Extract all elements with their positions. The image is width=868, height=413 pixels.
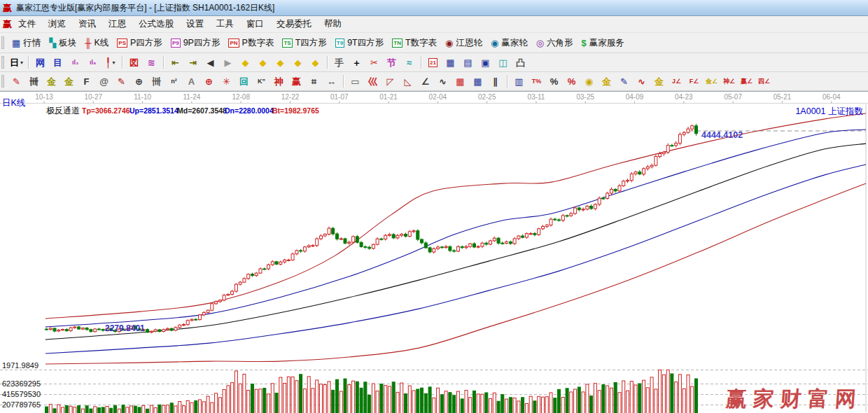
tool-last-bar-icon[interactable]: ⇥ — [185, 55, 201, 70]
tool-period-day-selector-icon[interactable]: 日▾ — [8, 55, 24, 70]
toolbar-9t-square-button[interactable]: T99T四方形 — [331, 36, 388, 50]
toolbar-9p-square-button[interactable]: P99P四方形 — [167, 36, 225, 50]
tool-win-angle-icon[interactable]: 赢∠ — [738, 74, 755, 89]
tool-n-square-icon[interactable]: n² — [166, 74, 182, 89]
tool-zoom-in-horizontal-icon[interactable]: ◆ — [290, 55, 306, 70]
toolbar-p-square-button[interactable]: PSP四方形 — [113, 36, 167, 50]
toolbar-t-number-table-button[interactable]: TNT数字表 — [388, 36, 441, 50]
period-day-selector-dropdown-arrow[interactable]: ▾ — [20, 59, 23, 66]
toolbar-p-number-table-button[interactable]: PNP数字表 — [224, 36, 278, 50]
tool-fit-view-icon[interactable]: ◆ — [307, 55, 323, 70]
tool-f-grid-icon[interactable]: F — [78, 74, 94, 89]
single-candle-selector-dropdown-arrow[interactable]: ▾ — [112, 59, 115, 66]
menu-item-gann[interactable]: 江恩 — [102, 17, 132, 31]
tool-pan-left-icon[interactable]: ◆ — [237, 55, 253, 70]
tool-star-box-icon[interactable]: ✳ — [218, 74, 234, 89]
tool-crosshair-icon[interactable]: ＋ — [349, 55, 365, 70]
kline-chart-canvas[interactable]: 10-1310-2711-1011-2412-0812-2201-0701-21… — [0, 92, 868, 413]
menu-item-settings[interactable]: 设置 — [180, 17, 210, 31]
tool-calculator-icon[interactable]: ▦ — [442, 55, 458, 70]
menu-item-formula-stock-pick[interactable]: 公式选股 — [132, 17, 180, 31]
tool-f-angle-icon[interactable]: F∠ — [686, 74, 702, 89]
tool-gold-circle-icon[interactable]: ◉ — [581, 74, 597, 89]
toolbar-sectors-button[interactable]: ▚板块 — [45, 36, 80, 50]
tool-k-note-icon[interactable]: K” — [253, 74, 270, 89]
tool-rect-select-icon[interactable]: ▭ — [347, 74, 363, 89]
menu-item-window[interactable]: 窗口 — [240, 17, 270, 31]
toolbar-gann-wheel-button[interactable]: ◉江恩轮 — [441, 36, 486, 50]
tool-mesh-arrow-icon[interactable]: ▦ — [470, 74, 486, 89]
tool-gold-grid-a-icon[interactable]: 金 — [43, 74, 59, 89]
tool-width-measure-icon[interactable]: ↔ — [323, 74, 340, 89]
menu-item-tools[interactable]: 工具 — [210, 17, 240, 31]
tool-single-candle-selector-icon[interactable]: ╿▾ — [102, 55, 118, 70]
tool-draw-pen-icon[interactable]: ✎ — [8, 74, 24, 89]
tool-calendar-icon[interactable]: 21 — [425, 55, 441, 70]
tool-pattern-window-icon[interactable]: 网 — [32, 55, 48, 70]
toolbar-quotes-button[interactable]: ▦行情 — [8, 36, 45, 50]
tool-fan-rays-icon[interactable]: 巛 — [365, 74, 381, 89]
tool-red-marker-icon[interactable]: ✎ — [113, 74, 130, 89]
tool-gold-underline-icon[interactable]: 金 — [651, 74, 667, 89]
tool-pen-levels-icon[interactable]: ✎ — [616, 74, 632, 89]
tool-fan-corner-icon[interactable]: ◺ — [400, 74, 416, 89]
tool-next-bar-icon[interactable]: ▶ — [220, 55, 236, 70]
menu-item-file[interactable]: 文件 — [12, 17, 42, 31]
tool-spiral-icon[interactable]: @ — [96, 74, 112, 89]
tool-f10-text-icon[interactable]: 目 — [50, 55, 66, 70]
tool-save-remote-icon[interactable]: ◫ — [495, 55, 511, 70]
tool-gold-levels-icon[interactable]: 金 — [598, 74, 615, 89]
tool-shen-angle-icon[interactable]: 神∠ — [721, 74, 737, 89]
tool-color-distribution-icon[interactable]: ≋ — [144, 55, 160, 70]
tool-angle-rays-icon[interactable]: ∠ — [417, 74, 433, 89]
tool-bars-panel-icon[interactable]: ▥ — [511, 74, 527, 89]
tool-delete-line-icon[interactable]: ✂ — [366, 55, 382, 70]
toolbar-winner-wheel-button[interactable]: ◉赢家轮 — [486, 36, 532, 50]
tool-zoom-out-horizontal-icon[interactable]: ◆ — [272, 55, 288, 70]
tool-gold-angle-icon[interactable]: 金∠ — [704, 74, 720, 89]
menu-item-browse[interactable]: 浏览 — [42, 17, 72, 31]
tool-j-angle-icon[interactable]: J∠ — [668, 74, 685, 89]
tool-gann-grid-icon[interactable]: 卌 — [26, 74, 42, 89]
tool-t-percent-icon[interactable]: T% — [528, 74, 545, 89]
tool-parallel-lines-icon[interactable]: ∥ — [487, 74, 503, 89]
tool-win-grid-icon[interactable]: 赢 — [288, 74, 304, 89]
tool-target-red-icon[interactable]: ⊕ — [201, 74, 217, 89]
toolbar-winner-service-button[interactable]: $赢家服务 — [578, 36, 629, 50]
tool-wave-brain-icon[interactable]: ≈ — [401, 55, 417, 70]
tool-prev-bar-icon[interactable]: ◀ — [202, 55, 218, 70]
tool-mirror-a-icon[interactable]: A — [183, 74, 200, 89]
tool-fan-box-icon[interactable]: ◸ — [382, 74, 398, 89]
tool-grid-ruler-icon[interactable]: 卌 — [148, 74, 164, 89]
tool-wave-band-icon[interactable]: ∿ — [634, 74, 650, 89]
tool-first-bar-icon[interactable]: ⇤ — [167, 55, 183, 70]
toolbar-t-square-button[interactable]: TST四方形 — [278, 36, 330, 50]
width-measure-glyph: ↔ — [327, 77, 336, 86]
tool-pan-right-icon[interactable]: ◆ — [255, 55, 271, 70]
tool-red-frame-chart-icon[interactable]: 図 — [126, 55, 142, 70]
tool-drag-hand-icon[interactable]: 手 — [331, 55, 347, 70]
tool-notepad-icon[interactable]: ▤ — [460, 55, 476, 70]
tool-print-icon[interactable]: 凸 — [512, 55, 528, 70]
tool-shen-grid-icon[interactable]: 神 — [271, 74, 287, 89]
tool-percent-levels-icon[interactable]: % — [564, 74, 580, 89]
chart-area[interactable]: 10-1310-2711-1011-2412-0812-2201-0701-21… — [0, 91, 868, 413]
tool-circle-box-icon[interactable]: 回 — [236, 74, 252, 89]
toolbar-hexagon-button[interactable]: ◎六角形 — [532, 36, 578, 50]
tool-gold-grid-b-icon[interactable]: 金 — [61, 74, 77, 89]
tool-mini-chart-9-icon[interactable]: ıl₉ — [85, 55, 101, 70]
tool-mini-chart-3-icon[interactable]: ıl₃ — [67, 55, 83, 70]
tool-circle-compass-icon[interactable]: ⊕ — [131, 74, 147, 89]
mesh-arrow-glyph: ▦ — [473, 77, 482, 86]
tool-save-icon[interactable]: ▣ — [477, 55, 493, 70]
tool-si-angle-icon[interactable]: 四∠ — [756, 74, 772, 89]
toolbar-kline-button[interactable]: ╫K线 — [80, 36, 113, 50]
tool-count-grid-icon[interactable]: ⌗ — [306, 74, 322, 89]
menu-item-help[interactable]: 帮助 — [318, 17, 348, 31]
tool-percent-icon[interactable]: % — [546, 74, 562, 89]
tool-red-mesh-icon[interactable]: ▦ — [452, 74, 468, 89]
tool-zigzag-icon[interactable]: ∿ — [435, 74, 451, 89]
menu-item-news[interactable]: 资讯 — [72, 17, 102, 31]
tool-gann-tool-purple-icon[interactable]: 节 — [384, 55, 400, 70]
menu-item-trade-order[interactable]: 交易委托 — [270, 17, 318, 31]
